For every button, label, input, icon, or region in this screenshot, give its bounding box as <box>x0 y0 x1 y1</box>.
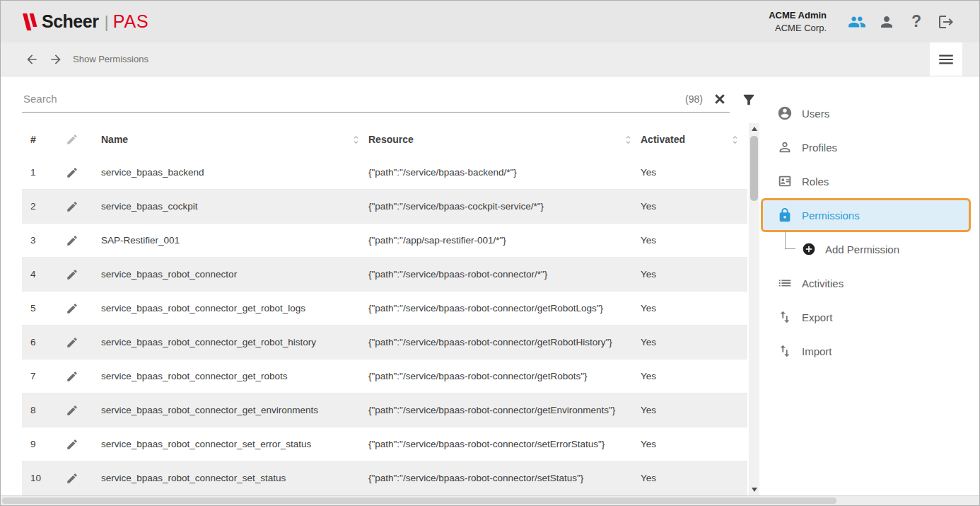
person-outline-icon <box>777 139 793 155</box>
add-circle-icon <box>802 242 816 256</box>
edit-row-button[interactable] <box>66 234 101 247</box>
scrollbar-track[interactable] <box>749 134 759 484</box>
edit-row-button[interactable] <box>66 438 101 451</box>
row-resource: {"path":"/service/bpaas-cockpit-service/… <box>368 201 641 212</box>
help-icon: ? <box>911 12 921 31</box>
row-name: service_bpaas_robot_connector_set_error_… <box>101 439 368 449</box>
row-name: SAP-Restifier_001 <box>101 235 368 246</box>
badge-icon <box>777 173 793 189</box>
triangle-down-icon <box>752 488 757 492</box>
arrow-back-icon <box>25 52 39 67</box>
help-button[interactable]: ? <box>902 7 931 37</box>
row-name: service_bpaas_robot_connector_set_status <box>101 473 368 483</box>
permissions-table: # Name Resource Activa <box>22 123 747 495</box>
scheer-pas-logo: Scheer | PAS <box>22 11 149 32</box>
row-index: 8 <box>22 405 66 415</box>
header-activated[interactable]: Activated <box>641 134 747 145</box>
edit-row-button[interactable] <box>66 336 101 349</box>
table-row: 1 service_bpaas_backend {"path":"/servic… <box>22 156 747 190</box>
user-management-button[interactable] <box>842 7 872 37</box>
row-resource: {"path":"/service/bpaas-robot-connector/… <box>368 303 641 314</box>
account-circle-icon <box>777 105 793 121</box>
pencil-icon <box>66 234 78 247</box>
back-button[interactable] <box>22 50 42 69</box>
import-export-icon <box>777 309 793 325</box>
row-activated: Yes <box>641 303 747 314</box>
edit-row-button[interactable] <box>66 404 101 417</box>
row-name: service_bpaas_robot_connector_get_robot_… <box>101 337 368 347</box>
arrow-forward-icon <box>49 52 63 67</box>
lock-icon <box>777 207 793 223</box>
search-box: (98) <box>22 88 730 113</box>
sidebar-item-label: Import <box>802 345 832 357</box>
row-activated: Yes <box>641 269 747 280</box>
forward-button[interactable] <box>46 50 66 69</box>
pencil-icon <box>66 438 78 451</box>
row-resource: {"path":"/service/bpaas-backend/*"} <box>368 167 641 178</box>
row-resource: {"path":"/app/sap-restifier-001/*"} <box>368 235 641 246</box>
sidebar-item-roles[interactable]: Roles <box>759 164 979 198</box>
logout-button[interactable] <box>931 7 961 37</box>
edit-row-button[interactable] <box>66 472 101 485</box>
row-resource: {"path":"/service/bpaas-robot-connector/… <box>368 371 641 381</box>
horizontal-scrollbar-thumb[interactable] <box>2 498 836 504</box>
scrollbar-thumb[interactable] <box>750 136 758 201</box>
account-button[interactable] <box>872 7 902 37</box>
scroll-up-button[interactable] <box>749 123 759 134</box>
search-row: (98) <box>22 84 759 116</box>
row-name: service_bpaas_robot_connector_get_enviro… <box>101 405 368 415</box>
edit-row-button[interactable] <box>66 268 101 281</box>
header-name[interactable]: Name <box>101 134 368 145</box>
edit-row-button[interactable] <box>66 370 101 383</box>
table-row: 9 service_bpaas_robot_connector_set_erro… <box>22 427 747 461</box>
pencil-icon <box>66 133 78 146</box>
header-resource[interactable]: Resource <box>368 134 641 145</box>
scroll-down-button[interactable] <box>749 484 759 495</box>
sidebar-item-label: Activities <box>802 277 844 289</box>
sort-icon <box>730 134 740 145</box>
menu-toggle-button[interactable] <box>930 42 962 76</box>
edit-row-button[interactable] <box>66 302 101 315</box>
header-edit-column <box>66 133 101 146</box>
filter-icon <box>741 92 757 108</box>
header-index: # <box>22 134 66 145</box>
sidebar-item-users[interactable]: Users <box>759 96 979 130</box>
row-resource: {"path":"/service/bpaas-robot-connector/… <box>368 405 641 415</box>
sidebar-item-label: Permissions <box>802 209 860 222</box>
sidebar-item-add-permission[interactable]: Add Permission <box>759 232 979 266</box>
row-index: 4 <box>22 269 66 280</box>
logo-separator: | <box>104 12 108 32</box>
pencil-icon <box>66 200 78 213</box>
table-row: 5 service_bpaas_robot_connector_get_robo… <box>22 292 747 326</box>
table-header: # Name Resource Activa <box>22 123 747 156</box>
horizontal-scrollbar[interactable] <box>1 495 979 505</box>
edit-row-button[interactable] <box>66 200 101 213</box>
row-index: 2 <box>22 201 66 212</box>
vertical-scrollbar[interactable] <box>749 123 759 495</box>
edit-row-button[interactable] <box>66 166 101 179</box>
row-index: 1 <box>22 167 66 178</box>
pencil-icon <box>66 166 78 179</box>
row-resource: {"path":"/service/bpaas-robot-connector/… <box>368 269 641 280</box>
filter-button[interactable] <box>741 92 757 108</box>
row-name: service_bpaas_robot_connector <box>101 269 368 280</box>
row-activated: Yes <box>641 201 747 212</box>
search-input[interactable] <box>23 93 685 105</box>
table-row: 4 service_bpaas_robot_connector {"path":… <box>22 258 747 292</box>
group-icon <box>848 13 866 31</box>
import-export-icon <box>777 343 793 359</box>
row-index: 7 <box>22 371 66 381</box>
sidebar-item-permissions[interactable]: Permissions <box>761 198 971 232</box>
user-name: ACME Admin <box>769 9 827 22</box>
logo-text-pas: PAS <box>113 11 149 32</box>
sidebar-item-activities[interactable]: Activities <box>759 266 979 300</box>
sidebar-item-profiles[interactable]: Profiles <box>759 130 979 164</box>
sidebar-item-import[interactable]: Import <box>759 334 979 368</box>
row-activated: Yes <box>641 405 747 415</box>
clear-search-button[interactable] <box>713 92 727 106</box>
permissions-panel: (98) # <box>1 76 759 495</box>
sidebar-item-export[interactable]: Export <box>759 300 979 334</box>
content-area: (98) # <box>1 76 979 495</box>
row-resource: {"path":"/service/bpaas-robot-connector/… <box>368 473 641 483</box>
sidebar-menu: Users Profiles Roles Permissions <box>759 76 979 495</box>
